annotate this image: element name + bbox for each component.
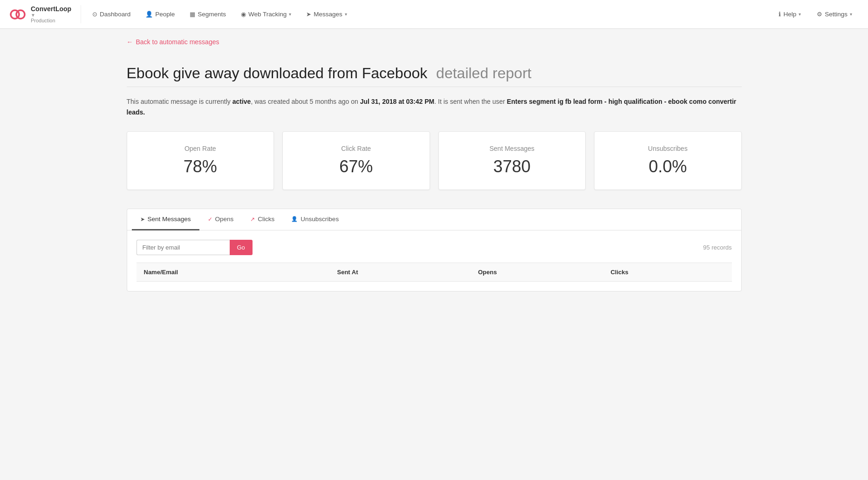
back-link-label: Back to automatic messages <box>136 38 219 46</box>
stat-label-sent-messages: Sent Messages <box>448 145 576 152</box>
nav-people-label: People <box>155 11 175 18</box>
stat-card-unsubscribes: Unsubscribes 0.0% <box>594 131 742 190</box>
tab-unsubscribes-label: Unsubscribes <box>301 216 339 223</box>
nav-help[interactable]: ℹ Help ▾ <box>772 7 807 21</box>
stat-card-click-rate: Click Rate 67% <box>282 131 430 190</box>
nav-dashboard-label: Dashboard <box>100 11 130 18</box>
tab-sent-messages-label: Sent Messages <box>148 216 191 223</box>
status-text-after: . It is sent when the user <box>434 98 507 105</box>
sent-messages-tab-icon: ➤ <box>140 216 145 223</box>
filter-input-group: Go <box>137 240 253 255</box>
svg-point-1 <box>16 10 25 19</box>
stats-row: Open Rate 78% Click Rate 67% Sent Messag… <box>127 131 742 190</box>
page-title-section: Ebook give away downloaded from Facebook… <box>127 55 742 87</box>
stat-card-open-rate: Open Rate 78% <box>127 131 274 190</box>
main-content: ← Back to automatic messages Ebook give … <box>108 29 760 310</box>
opens-tab-icon: ✓ <box>208 216 212 223</box>
table-header-row: Name/Email Sent At Opens Clicks <box>137 263 732 282</box>
col-header-sent-at: Sent At <box>329 263 470 282</box>
brand-dropdown[interactable]: ▼ <box>31 13 71 18</box>
help-dropdown-arrow: ▾ <box>799 12 801 17</box>
nav-settings-label: Settings <box>825 11 847 18</box>
data-table: Name/Email Sent At Opens Clicks <box>137 263 732 282</box>
stat-value-open-rate: 78% <box>137 157 265 176</box>
status-date: Jul 31, 2018 at 03:42 PM <box>360 98 435 105</box>
nav-web-tracking-label: Web Tracking <box>248 11 287 18</box>
nav-items: ⊙ Dashboard 👤 People ▦ Segments ◉ Web Tr… <box>86 7 772 21</box>
page-title: Ebook give away downloaded from Facebook… <box>127 64 742 82</box>
status-active-word: active <box>232 98 251 105</box>
back-arrow-icon: ← <box>127 38 133 46</box>
nav-help-label: Help <box>783 11 796 18</box>
status-description: This automatic message is currently acti… <box>127 96 742 117</box>
tab-clicks-label: Clicks <box>258 216 274 223</box>
records-count: 95 records <box>703 244 731 251</box>
stat-label-click-rate: Click Rate <box>292 145 420 152</box>
eye-icon: ◉ <box>241 11 246 18</box>
status-text-middle: , was created about 5 months ago on <box>251 98 360 105</box>
tab-sent-messages[interactable]: ➤ Sent Messages <box>132 209 199 230</box>
stat-card-sent-messages: Sent Messages 3780 <box>438 131 586 190</box>
stat-label-open-rate: Open Rate <box>137 145 265 152</box>
page-title-sub: detailed report <box>436 65 532 81</box>
nav-messages[interactable]: ➤ Messages ▾ <box>300 7 354 21</box>
brand-text: ConvertLoop ▼ Production <box>31 5 71 23</box>
col-header-name-email: Name/Email <box>137 263 330 282</box>
tab-opens-label: Opens <box>215 216 234 223</box>
filter-row: Go 95 records <box>137 240 732 255</box>
messages-dropdown-arrow: ▾ <box>345 12 347 17</box>
segments-icon: ▦ <box>190 11 195 18</box>
stat-value-click-rate: 67% <box>292 157 420 176</box>
send-icon: ➤ <box>306 11 311 18</box>
settings-dropdown-arrow: ▾ <box>850 12 852 17</box>
nav-settings[interactable]: ⚙ Settings ▾ <box>810 7 859 21</box>
status-text-before: This automatic message is currently <box>127 98 232 105</box>
settings-icon: ⚙ <box>817 11 822 18</box>
page-title-main: Ebook give away downloaded from Facebook <box>127 65 428 81</box>
dashboard-icon: ⊙ <box>92 11 97 18</box>
brand-name: ConvertLoop <box>31 5 71 13</box>
web-tracking-dropdown-arrow: ▾ <box>289 12 291 17</box>
nav-right: ℹ Help ▾ ⚙ Settings ▾ <box>772 7 859 21</box>
stat-value-unsubscribes: 0.0% <box>604 157 732 176</box>
tab-content: Go 95 records Name/Email Sent At Opens C… <box>127 230 741 291</box>
people-icon: 👤 <box>145 11 153 18</box>
nav-segments-label: Segments <box>198 11 226 18</box>
brand-sub: Production <box>31 18 71 23</box>
col-header-opens: Opens <box>471 263 603 282</box>
col-header-clicks: Clicks <box>603 263 731 282</box>
logo-icon <box>9 6 26 23</box>
filter-go-button[interactable]: Go <box>230 240 253 255</box>
stat-label-unsubscribes: Unsubscribes <box>604 145 732 152</box>
tabs-section: ➤ Sent Messages ✓ Opens ↗ Clicks 👤 Unsub… <box>127 209 742 291</box>
stat-value-sent-messages: 3780 <box>448 157 576 176</box>
tab-opens[interactable]: ✓ Opens <box>199 209 242 230</box>
nav-messages-label: Messages <box>314 11 342 18</box>
help-icon: ℹ <box>779 11 781 18</box>
navbar: ConvertLoop ▼ Production ⊙ Dashboard 👤 P… <box>0 0 868 29</box>
tab-clicks[interactable]: ↗ Clicks <box>242 209 283 230</box>
back-link[interactable]: ← Back to automatic messages <box>127 29 219 55</box>
nav-web-tracking[interactable]: ◉ Web Tracking ▾ <box>234 7 298 21</box>
filter-email-input[interactable] <box>137 240 230 255</box>
tab-unsubscribes[interactable]: 👤 Unsubscribes <box>283 209 347 230</box>
brand[interactable]: ConvertLoop ▼ Production <box>9 5 81 23</box>
nav-segments[interactable]: ▦ Segments <box>183 7 232 21</box>
clicks-tab-icon: ↗ <box>250 216 255 223</box>
nav-dashboard[interactable]: ⊙ Dashboard <box>86 7 137 21</box>
tabs-bar: ➤ Sent Messages ✓ Opens ↗ Clicks 👤 Unsub… <box>127 209 741 230</box>
nav-people[interactable]: 👤 People <box>139 7 181 21</box>
unsubscribes-tab-icon: 👤 <box>291 216 298 222</box>
